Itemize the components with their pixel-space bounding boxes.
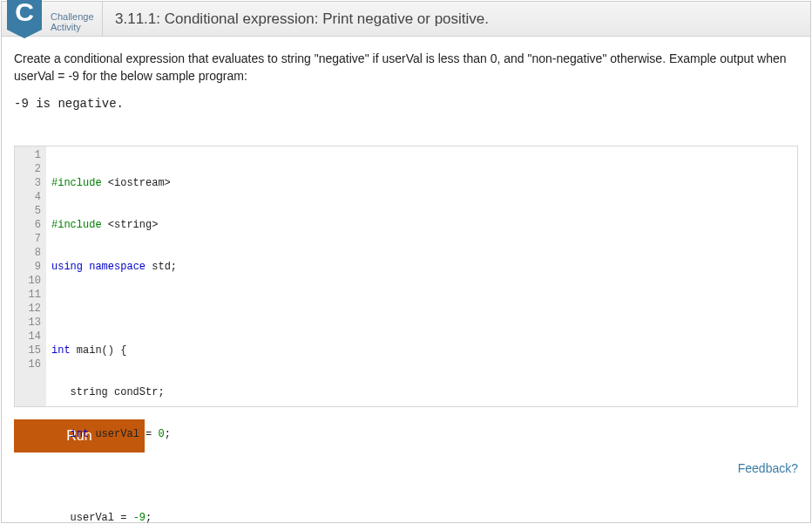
activity-content: Create a conditional expression that eva… — [2, 37, 810, 522]
badge-label-line1: Challenge — [51, 11, 98, 22]
code-token: main() { — [71, 344, 127, 357]
code-token: <string> — [102, 219, 159, 231]
code-area[interactable]: #include <iostream> #include <string> us… — [46, 146, 797, 406]
gutter-line: 7 — [15, 232, 41, 246]
badge-label-line2: Activity — [51, 22, 98, 32]
code-token: #include — [51, 219, 102, 231]
gutter-line: 2 — [15, 162, 41, 176]
gutter-line: 8 — [15, 246, 41, 260]
code-token: int — [51, 344, 71, 357]
gutter-line: 4 — [15, 190, 41, 204]
code-token: using — [51, 261, 83, 273]
instructions-text: Create a conditional expression that eva… — [14, 51, 798, 85]
gutter-line: 14 — [15, 330, 41, 344]
code-editor[interactable]: 1 2 3 4 5 6 7 8 9 10 11 12 13 14 15 16 #… — [14, 146, 798, 407]
line-gutter: 1 2 3 4 5 6 7 8 9 10 11 12 13 14 15 16 — [15, 146, 46, 406]
code-token: #include — [51, 177, 102, 189]
code-token: ; — [165, 428, 171, 440]
gutter-line: 12 — [15, 302, 41, 316]
activity-title: 3.11.1: Conditional expression: Print ne… — [103, 10, 489, 28]
gutter-line: 9 — [15, 260, 41, 274]
gutter-line: 13 — [15, 316, 41, 330]
code-token: -9 — [133, 512, 145, 524]
code-token: int — [51, 428, 89, 440]
badge-wrap: C — [2, 0, 45, 44]
code-token: <iostream> — [102, 177, 171, 189]
badge-label: Challenge Activity — [51, 2, 103, 37]
gutter-line: 10 — [15, 274, 41, 288]
activity-frame: C Challenge Activity 3.11.1: Conditional… — [1, 1, 811, 523]
gutter-line: 1 — [15, 148, 41, 162]
activity-header: C Challenge Activity 3.11.1: Conditional… — [2, 2, 810, 37]
code-token: namespace — [83, 261, 145, 273]
code-token: 0 — [158, 428, 164, 440]
code-token: userVal = — [89, 428, 158, 440]
gutter-line: 3 — [15, 176, 41, 190]
code-token: ; — [145, 512, 152, 524]
gutter-line: 5 — [15, 204, 41, 218]
code-token: string condStr; — [51, 386, 165, 398]
gutter-line: 11 — [15, 288, 41, 302]
code-token: std; — [145, 261, 177, 273]
gutter-line: 6 — [15, 218, 41, 232]
gutter-line: 15 — [15, 344, 41, 357]
challenge-badge-icon: C — [7, 0, 42, 30]
sample-output: -9 is negative. — [14, 97, 798, 111]
gutter-line: 16 — [15, 357, 41, 371]
code-token: userVal = — [51, 512, 133, 524]
